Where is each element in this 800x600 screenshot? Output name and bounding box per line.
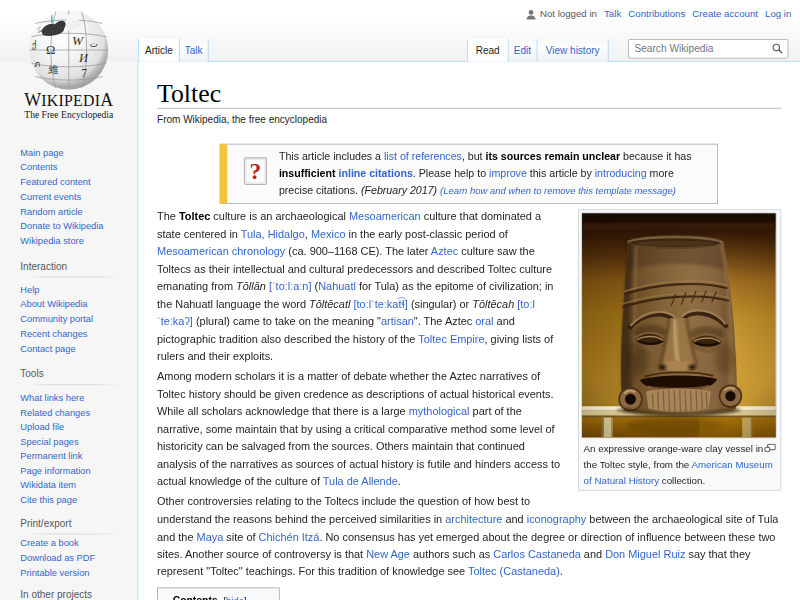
svg-text:WIKIPEDIA: WIKIPEDIA bbox=[24, 90, 113, 110]
svg-text:أ: أ bbox=[51, 15, 53, 25]
svg-text:7: 7 bbox=[81, 67, 87, 80]
svg-text:И: И bbox=[78, 51, 89, 65]
svg-text:The Free Encyclopedia: The Free Encyclopedia bbox=[24, 109, 114, 120]
svg-text:?: ? bbox=[249, 158, 261, 184]
svg-text:シ: シ bbox=[37, 25, 45, 34]
svg-text:維: 維 bbox=[47, 64, 58, 75]
svg-text:Ω: Ω bbox=[46, 43, 55, 57]
svg-text:ت: ت bbox=[90, 39, 98, 49]
svg-text:ภ: ภ bbox=[34, 59, 40, 69]
svg-text:ქ: ქ bbox=[32, 40, 36, 50]
svg-text:W: W bbox=[72, 33, 85, 48]
